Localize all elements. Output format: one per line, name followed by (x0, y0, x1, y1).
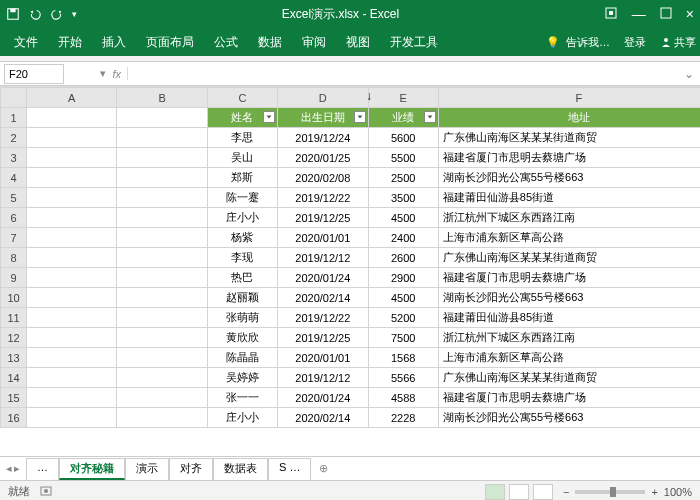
cell[interactable] (27, 408, 117, 428)
cell[interactable]: 4500 (368, 288, 438, 308)
sheet-tab[interactable]: 对齐 (169, 458, 213, 480)
cell[interactable]: 4500 (368, 208, 438, 228)
cell[interactable]: 吴婷婷 (207, 368, 277, 388)
table-row[interactable]: 16庄小小2020/02/142228湖南长沙阳光公寓55号楼663 (1, 408, 701, 428)
cell[interactable] (117, 268, 207, 288)
cell[interactable] (27, 208, 117, 228)
cell[interactable]: 陈一蹇 (207, 188, 277, 208)
cell[interactable]: 2600 (368, 248, 438, 268)
ribbon-options-icon[interactable] (604, 6, 618, 23)
row-header[interactable]: 15 (1, 388, 27, 408)
zoom-out-button[interactable]: − (563, 486, 569, 498)
th-name[interactable]: 姓名 (207, 108, 277, 128)
view-pagebreak-icon[interactable] (533, 484, 553, 500)
tab-formulas[interactable]: 公式 (204, 28, 248, 56)
cell[interactable]: 2019/12/25 (278, 328, 368, 348)
cell[interactable] (117, 368, 207, 388)
share-button[interactable]: 共享 (660, 35, 696, 50)
cell[interactable]: 福建省厦门市思明去蔡塘广场 (438, 268, 700, 288)
cell[interactable]: 郑斯 (207, 168, 277, 188)
cell[interactable] (27, 188, 117, 208)
col-header-f[interactable]: F (438, 88, 700, 108)
col-header-a[interactable]: A (27, 88, 117, 108)
undo-icon[interactable] (28, 7, 42, 21)
table-row[interactable]: 11张萌萌2019/12/225200福建莆田仙游县85街道 (1, 308, 701, 328)
tab-developer[interactable]: 开发工具 (380, 28, 448, 56)
select-all-corner[interactable] (1, 88, 27, 108)
worksheet-grid[interactable]: ↓ A B C D E F 1姓名出生日期业绩地址2李思2019/12/2456… (0, 86, 700, 456)
table-row[interactable]: 10赵丽颖2020/02/144500湖南长沙阳光公寓55号楼663 (1, 288, 701, 308)
cell[interactable]: 张萌萌 (207, 308, 277, 328)
cell[interactable]: 浙江杭州下城区东西路江南 (438, 208, 700, 228)
row-header[interactable]: 2 (1, 128, 27, 148)
row-header[interactable]: 5 (1, 188, 27, 208)
cell[interactable] (27, 328, 117, 348)
sheet-next-icon[interactable]: ▸ (14, 462, 20, 475)
cell[interactable]: 吴山 (207, 148, 277, 168)
maximize-icon[interactable] (660, 7, 672, 22)
tab-home[interactable]: 开始 (48, 28, 92, 56)
row-header[interactable]: 13 (1, 348, 27, 368)
cell[interactable]: 2019/12/25 (278, 208, 368, 228)
cell[interactable]: 5500 (368, 148, 438, 168)
cell[interactable]: 湖南长沙阳光公寓55号楼663 (438, 288, 700, 308)
table-row[interactable]: 14吴婷婷2019/12/125566广东佛山南海区某某某街道商贸 (1, 368, 701, 388)
view-normal-icon[interactable] (485, 484, 505, 500)
col-header-e[interactable]: E (368, 88, 438, 108)
name-box[interactable]: F20 (4, 64, 64, 84)
formula-expand-icon[interactable]: ⌄ (678, 67, 700, 81)
tab-file[interactable]: 文件 (4, 28, 48, 56)
row-header[interactable]: 9 (1, 268, 27, 288)
tell-me[interactable]: 告诉我… (566, 35, 610, 50)
filter-icon[interactable] (354, 111, 366, 123)
cell[interactable]: 2020/01/24 (278, 268, 368, 288)
cell[interactable]: 张一一 (207, 388, 277, 408)
save-icon[interactable] (6, 7, 20, 21)
table-row[interactable]: 3吴山2020/01/255500福建省厦门市思明去蔡塘广场 (1, 148, 701, 168)
sheet-tab[interactable]: 演示 (125, 458, 169, 480)
cell[interactable]: 2019/12/12 (278, 248, 368, 268)
cell[interactable] (117, 168, 207, 188)
cell[interactable]: 福建莆田仙游县85街道 (438, 308, 700, 328)
tab-layout[interactable]: 页面布局 (136, 28, 204, 56)
minimize-icon[interactable]: — (632, 10, 646, 18)
cell[interactable]: 福建莆田仙游县85街道 (438, 188, 700, 208)
row-header[interactable]: 10 (1, 288, 27, 308)
cell[interactable]: 黄欣欣 (207, 328, 277, 348)
cell[interactable] (27, 128, 117, 148)
cell[interactable]: 上海市浦东新区草高公路 (438, 348, 700, 368)
th-addr[interactable]: 地址 (438, 108, 700, 128)
row-header[interactable]: 1 (1, 108, 27, 128)
cell[interactable]: 李思 (207, 128, 277, 148)
cell[interactable]: 上海市浦东新区草高公路 (438, 228, 700, 248)
sheet-tab[interactable]: 数据表 (213, 458, 268, 480)
cell[interactable]: 2020/01/24 (278, 388, 368, 408)
cell[interactable] (117, 248, 207, 268)
row-header[interactable]: 6 (1, 208, 27, 228)
cell[interactable]: 热巴 (207, 268, 277, 288)
cell[interactable] (117, 208, 207, 228)
table-row[interactable]: 5陈一蹇2019/12/223500福建莆田仙游县85街道 (1, 188, 701, 208)
row-header[interactable]: 12 (1, 328, 27, 348)
col-header-b[interactable]: B (117, 88, 207, 108)
table-row[interactable]: 12黄欣欣2019/12/257500浙江杭州下城区东西路江南 (1, 328, 701, 348)
cell[interactable]: 庄小小 (207, 408, 277, 428)
col-header-c[interactable]: C (207, 88, 277, 108)
zoom-slider[interactable] (575, 490, 645, 494)
cell[interactable] (117, 128, 207, 148)
table-row[interactable]: 9热巴2020/01/242900福建省厦门市思明去蔡塘广场 (1, 268, 701, 288)
dropdown-icon[interactable]: ▾ (100, 67, 106, 80)
tab-view[interactable]: 视图 (336, 28, 380, 56)
cell[interactable] (27, 148, 117, 168)
table-row[interactable]: 15张一一2020/01/244588福建省厦门市思明去蔡塘广场 (1, 388, 701, 408)
cell[interactable] (117, 388, 207, 408)
cell[interactable] (27, 268, 117, 288)
tab-insert[interactable]: 插入 (92, 28, 136, 56)
cell[interactable]: 7500 (368, 328, 438, 348)
cell[interactable]: 湖南长沙阳光公寓55号楼663 (438, 408, 700, 428)
th-perf[interactable]: 业绩 (368, 108, 438, 128)
row-header[interactable]: 8 (1, 248, 27, 268)
cell[interactable] (117, 148, 207, 168)
cell[interactable]: 2019/12/24 (278, 128, 368, 148)
cell[interactable]: 4588 (368, 388, 438, 408)
